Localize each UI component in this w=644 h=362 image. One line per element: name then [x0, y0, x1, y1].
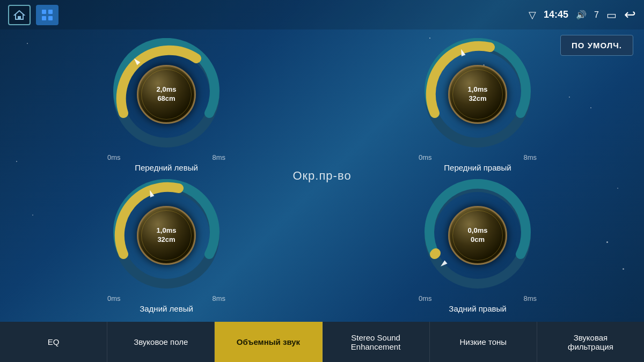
knob-labels-rear-left: 0ms 8ms: [107, 294, 225, 302]
top-bar: ▽ 14:45 🔊 7 ▭ ↩: [0, 0, 644, 29]
knob-value-rear-right: 0,0ms0cm: [468, 226, 488, 245]
home-button[interactable]: [8, 5, 31, 25]
top-bar-right: ▽ 14:45 🔊 7 ▭ ↩: [529, 6, 636, 23]
knob-min-front-right: 0ms: [419, 153, 432, 161]
knob-inner-front-right: 1,0ms32cm: [448, 65, 507, 124]
knob-max-front-right: 8ms: [523, 153, 537, 161]
tab-bar: EQ Звуковое поле Объемный звук Stereo So…: [0, 322, 644, 362]
svg-rect-2: [42, 10, 46, 14]
battery-icon: ▭: [606, 9, 617, 21]
time-display: 14:45: [544, 9, 568, 20]
volume-icon: 🔊: [576, 10, 587, 20]
knob-labels-front-left: 0ms 8ms: [107, 153, 225, 161]
knob-rear-right[interactable]: 0,0ms0cm: [421, 179, 534, 292]
knob-name-front-left: Передний левый: [135, 163, 198, 172]
tab-sound-field[interactable]: Звуковое поле: [107, 322, 215, 362]
knob-labels-rear-right: 0ms 8ms: [419, 294, 537, 302]
tab-filter[interactable]: Звуковая фильтрация: [537, 322, 644, 362]
knob-value-rear-left: 1,0ms32cm: [157, 226, 177, 245]
knob-section-front-left: 2,0ms68cm 0ms 8ms Передний левый: [11, 35, 322, 176]
svg-rect-3: [48, 10, 53, 14]
knob-front-right[interactable]: 1,0ms32cm: [421, 38, 534, 151]
knob-name-rear-right: Задний правый: [449, 304, 506, 313]
knob-value-front-right: 1,0ms32cm: [468, 85, 488, 104]
knob-name-rear-left: Задний левый: [140, 304, 193, 313]
knob-inner-rear-right: 0,0ms0cm: [448, 206, 507, 265]
tab-surround[interactable]: Объемный звук: [215, 322, 322, 362]
svg-rect-4: [42, 16, 46, 20]
knob-inner-rear-left: 1,0ms32cm: [137, 206, 196, 265]
knob-section-rear-right: 0,0ms0cm 0ms 8ms Задний правый: [322, 176, 633, 317]
knob-max-rear-left: 8ms: [212, 294, 225, 302]
knob-name-front-right: Передний правый: [444, 163, 511, 172]
knob-section-front-right: 1,0ms32cm 0ms 8ms Передний правый: [322, 35, 633, 176]
knob-max-rear-right: 8ms: [523, 294, 537, 302]
top-bar-left: [8, 5, 58, 25]
knob-section-rear-left: 1,0ms32cm 0ms 8ms Задний левый: [11, 176, 322, 317]
knob-labels-front-right: 0ms 8ms: [419, 153, 537, 161]
knob-max-front-left: 8ms: [212, 153, 225, 161]
svg-rect-1: [18, 16, 21, 19]
knob-min-front-left: 0ms: [107, 153, 121, 161]
tab-bass[interactable]: Низкие тоны: [430, 322, 537, 362]
wifi-icon: ▽: [529, 9, 536, 21]
knob-min-rear-left: 0ms: [107, 294, 121, 302]
main-content: 2,0ms68cm 0ms 8ms Передний левый: [0, 29, 644, 322]
knob-rear-left[interactable]: 1,0ms32cm: [110, 179, 223, 292]
back-icon[interactable]: ↩: [624, 6, 636, 23]
knob-min-rear-right: 0ms: [419, 294, 432, 302]
knob-front-left[interactable]: 2,0ms68cm: [110, 38, 223, 151]
volume-number: 7: [594, 10, 599, 20]
knob-value-front-left: 2,0ms68cm: [157, 85, 177, 104]
tab-stereo-enhancement[interactable]: Stereo Sound Enhancement: [323, 322, 430, 362]
app-icon-button[interactable]: [36, 5, 58, 25]
svg-rect-5: [48, 16, 53, 20]
tab-eq[interactable]: EQ: [0, 322, 107, 362]
knob-inner-front-left: 2,0ms68cm: [137, 65, 196, 124]
